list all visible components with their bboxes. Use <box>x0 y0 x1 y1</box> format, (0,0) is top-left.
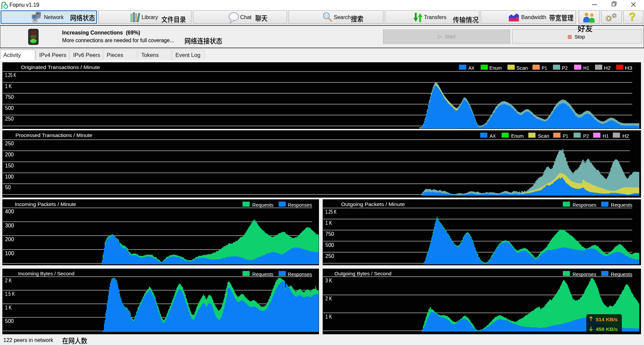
svg-text:Requests: Requests <box>252 271 273 277</box>
svg-text:750: 750 <box>325 231 334 237</box>
svg-text:458 KB/s: 458 KB/s <box>596 326 618 332</box>
svg-text:Processed Transactions / Minut: Processed Transactions / Minute <box>15 132 92 138</box>
svg-text:H2: H2 <box>623 133 629 139</box>
svg-text:50: 50 <box>5 184 11 191</box>
svg-text:H1: H1 <box>583 65 589 71</box>
svg-text:1.25 K: 1.25 K <box>325 209 336 215</box>
svg-text:100: 100 <box>5 250 14 257</box>
svg-text:2 K: 2 K <box>5 277 12 284</box>
svg-text:500: 500 <box>5 105 14 111</box>
svg-text:H3: H3 <box>625 65 632 71</box>
svg-text:150: 150 <box>5 162 14 169</box>
svg-text:Responses: Responses <box>288 202 312 208</box>
svg-text:3 K: 3 K <box>325 277 332 284</box>
svg-text:AX: AX <box>490 133 496 139</box>
svg-text:Scan: Scan <box>538 133 549 139</box>
svg-text:P1: P1 <box>563 133 568 139</box>
svg-text:Incoming Packets / Minute: Incoming Packets / Minute <box>15 201 76 207</box>
svg-text:400: 400 <box>5 208 14 215</box>
svg-text:AX: AX <box>469 65 475 71</box>
svg-text:Responses: Responses <box>288 271 312 277</box>
svg-text:1 K: 1 K <box>325 314 332 320</box>
svg-text:Originated Transactions / Minu: Originated Transactions / Minute <box>21 64 100 70</box>
svg-text:200: 200 <box>5 236 14 243</box>
svg-text:Enum: Enum <box>489 65 502 71</box>
svg-text:1.5 K: 1.5 K <box>5 291 15 297</box>
svg-text:Requests: Requests <box>252 202 273 208</box>
svg-text:Enum: Enum <box>511 133 524 139</box>
svg-text:1 K: 1 K <box>325 220 332 226</box>
svg-text:500: 500 <box>5 318 14 324</box>
svg-text:Responses: Responses <box>573 271 596 277</box>
svg-text:P1: P1 <box>542 65 547 71</box>
svg-text:P2: P2 <box>562 65 568 71</box>
svg-text:514 KB/s: 514 KB/s <box>596 317 618 322</box>
svg-text:250: 250 <box>5 140 14 147</box>
svg-text:1 K: 1 K <box>5 83 12 89</box>
svg-text:Outgoing Packets / Minute: Outgoing Packets / Minute <box>341 201 405 207</box>
svg-text:250: 250 <box>325 253 334 259</box>
svg-text:Requests: Requests <box>611 202 632 208</box>
svg-text:750: 750 <box>5 94 14 100</box>
svg-text:300: 300 <box>5 222 14 229</box>
svg-text:H1: H1 <box>603 133 609 139</box>
svg-text:100: 100 <box>5 174 14 180</box>
svg-text:Incoming Bytes / Second: Incoming Bytes / Second <box>18 271 74 276</box>
svg-text:200: 200 <box>5 151 14 158</box>
svg-text:500: 500 <box>325 242 334 248</box>
svg-text:1 K: 1 K <box>5 304 12 311</box>
svg-text:H2: H2 <box>604 65 611 71</box>
svg-text:2 K: 2 K <box>325 295 332 302</box>
svg-text:1.25 K: 1.25 K <box>5 72 16 78</box>
svg-text:250: 250 <box>5 116 14 122</box>
svg-text:P2: P2 <box>583 133 589 139</box>
svg-text:Outgoing Bytes / Second: Outgoing Bytes / Second <box>334 271 391 276</box>
svg-text:Requests: Requests <box>611 271 632 277</box>
svg-text:Scan: Scan <box>517 65 528 71</box>
svg-text:Responses: Responses <box>573 202 596 208</box>
